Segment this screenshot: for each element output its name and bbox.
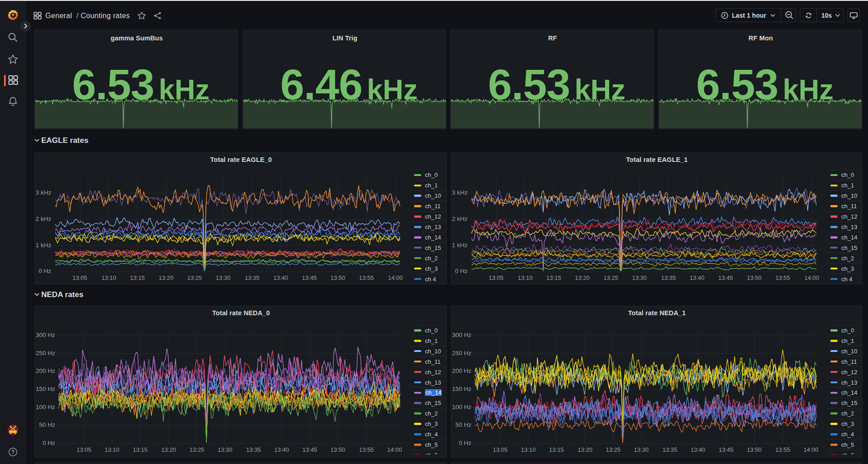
- svg-text:?: ?: [11, 449, 15, 455]
